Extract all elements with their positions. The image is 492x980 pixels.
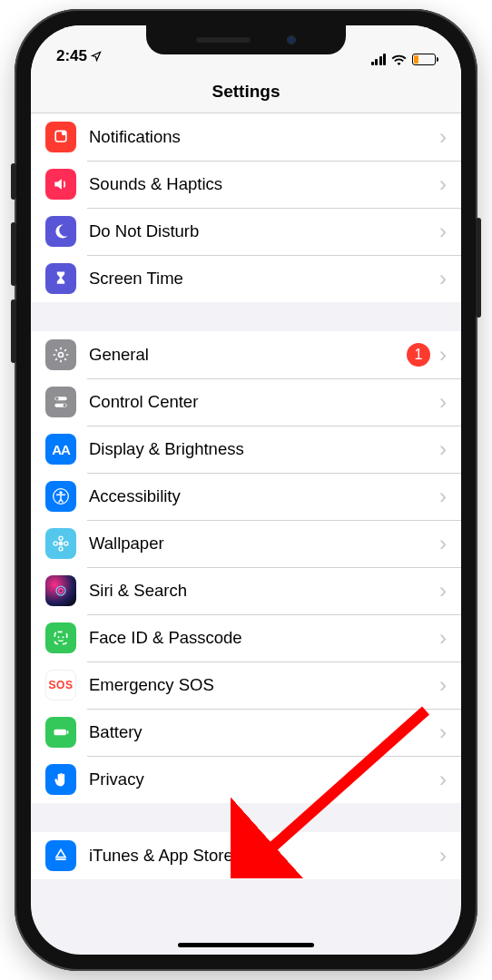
screentime-icon <box>45 263 76 294</box>
svg-point-14 <box>56 586 65 595</box>
row-controlcenter[interactable]: Control Center› <box>31 378 461 426</box>
row-dnd[interactable]: Do Not Disturb› <box>31 208 461 255</box>
volume-up-button <box>11 222 16 286</box>
svg-rect-19 <box>54 730 66 736</box>
location-icon <box>91 51 102 62</box>
svg-point-9 <box>59 542 64 546</box>
chevron-right-icon: › <box>439 674 447 696</box>
screen: 2:45 Settings Notifications›Sounds & Hap… <box>31 25 461 955</box>
chevron-right-icon: › <box>439 126 447 148</box>
notification-badge: 1 <box>407 343 430 367</box>
row-label: Emergency SOS <box>89 675 439 695</box>
row-screentime[interactable]: Screen Time› <box>31 255 461 302</box>
row-sos[interactable]: SOSEmergency SOS› <box>31 662 461 709</box>
row-label: Display & Brightness <box>89 439 439 459</box>
chevron-right-icon: › <box>439 268 447 289</box>
row-notifications[interactable]: Notifications› <box>31 113 461 161</box>
row-label: Sounds & Haptics <box>89 174 439 194</box>
battery-icon <box>412 54 436 65</box>
row-accessibility[interactable]: Accessibility› <box>31 473 461 520</box>
svg-point-6 <box>64 404 66 407</box>
chevron-right-icon: › <box>439 344 447 366</box>
notch <box>146 25 346 54</box>
row-label: iTunes & App Store <box>89 846 439 866</box>
svg-point-4 <box>55 397 58 400</box>
chevron-right-icon: › <box>439 769 447 790</box>
row-label: Siri & Search <box>89 581 439 601</box>
sounds-icon <box>45 169 76 200</box>
svg-point-1 <box>62 131 66 135</box>
row-label: Face ID & Passcode <box>89 628 439 648</box>
row-label: Accessibility <box>89 486 439 506</box>
accessibility-icon <box>45 481 76 512</box>
svg-point-11 <box>59 547 63 551</box>
row-faceid[interactable]: Face ID & Passcode› <box>31 614 461 662</box>
row-label: Control Center <box>89 392 439 412</box>
svg-point-8 <box>59 491 62 494</box>
dnd-icon <box>45 216 76 247</box>
general-icon <box>45 339 76 370</box>
wallpaper-icon <box>45 528 76 559</box>
status-time: 2:45 <box>56 47 87 65</box>
chevron-right-icon: › <box>439 220 447 242</box>
row-label: Wallpaper <box>89 534 439 554</box>
chevron-right-icon: › <box>439 580 447 602</box>
chevron-right-icon: › <box>439 485 447 507</box>
row-label: Do Not Disturb <box>89 221 439 241</box>
row-label: Notifications <box>89 127 439 147</box>
notifications-icon <box>45 122 76 152</box>
svg-point-15 <box>59 589 64 593</box>
sos-icon: SOS <box>45 670 76 701</box>
cellular-icon <box>371 54 387 65</box>
page-title: Settings <box>31 69 461 113</box>
home-indicator[interactable] <box>178 943 314 947</box>
svg-point-18 <box>63 636 64 638</box>
row-label: Screen Time <box>89 269 439 289</box>
phone-frame: 2:45 Settings Notifications›Sounds & Hap… <box>15 9 477 971</box>
chevron-right-icon: › <box>439 533 447 554</box>
chevron-right-icon: › <box>439 721 447 743</box>
row-siri[interactable]: Siri & Search› <box>31 567 461 614</box>
chevron-right-icon: › <box>439 627 447 649</box>
row-sounds[interactable]: Sounds & Haptics› <box>31 161 461 208</box>
settings-group: General1›Control Center›AADisplay & Brig… <box>31 331 461 803</box>
chevron-right-icon: › <box>439 438 447 460</box>
row-label: General <box>89 345 407 365</box>
chevron-right-icon: › <box>439 845 447 867</box>
privacy-icon <box>45 764 76 795</box>
faceid-icon <box>45 622 76 653</box>
row-label: Privacy <box>89 769 439 789</box>
chevron-right-icon: › <box>439 391 447 413</box>
display-icon: AA <box>45 434 76 465</box>
row-general[interactable]: General1› <box>31 331 461 378</box>
wifi-icon <box>391 54 407 65</box>
svg-point-10 <box>59 536 63 540</box>
svg-point-17 <box>58 636 60 638</box>
siri-icon <box>45 575 76 606</box>
settings-group: Notifications›Sounds & Haptics›Do Not Di… <box>31 113 461 302</box>
row-label: Battery <box>89 722 439 742</box>
controlcenter-icon <box>45 387 76 417</box>
svg-point-13 <box>64 542 68 545</box>
settings-group: iTunes & App Store› <box>31 832 461 879</box>
row-display[interactable]: AADisplay & Brightness› <box>31 426 461 473</box>
svg-point-2 <box>59 353 64 358</box>
row-itunes[interactable]: iTunes & App Store› <box>31 832 461 879</box>
volume-down-button <box>11 299 16 363</box>
svg-point-12 <box>54 542 57 545</box>
row-battery[interactable]: Battery› <box>31 709 461 756</box>
svg-rect-16 <box>54 632 66 643</box>
side-button <box>476 218 481 318</box>
itunes-icon <box>45 840 76 871</box>
chevron-right-icon: › <box>439 173 447 195</box>
settings-list[interactable]: Notifications›Sounds & Haptics›Do Not Di… <box>31 113 461 879</box>
row-wallpaper[interactable]: Wallpaper› <box>31 520 461 567</box>
battery-icon <box>45 717 76 748</box>
mute-switch <box>11 163 16 200</box>
row-privacy[interactable]: Privacy› <box>31 756 461 803</box>
svg-rect-20 <box>67 730 69 733</box>
